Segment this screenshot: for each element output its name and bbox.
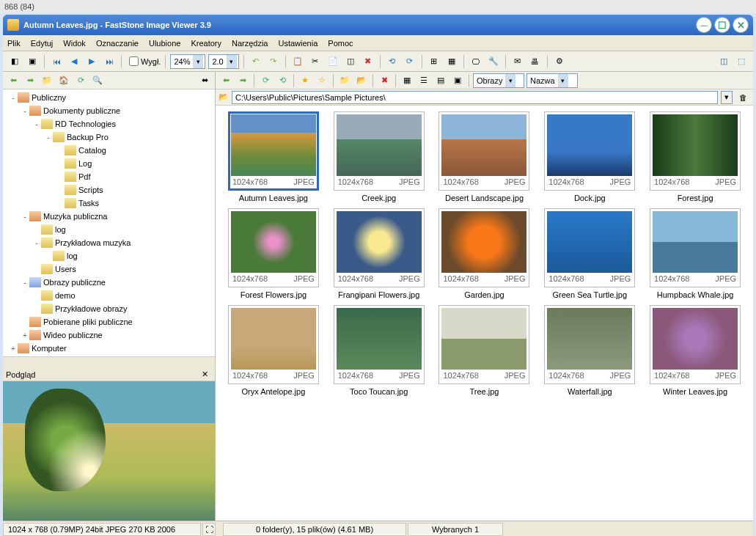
nav-back-button[interactable]: ⬅ [219,73,233,88]
thumbnail[interactable]: 1024x768JPEGGreen Sea Turtle.jpg [537,208,642,299]
cut-button[interactable]: ✂ [308,54,323,69]
first-button[interactable]: ⏮ [49,54,64,69]
expand-icon[interactable]: - [9,94,18,102]
redo-button[interactable]: ↷ [266,54,281,69]
tree-item[interactable]: Pdf [4,170,213,183]
stop-button[interactable]: ⟲ [275,73,290,88]
crop-button[interactable]: ◫ [343,54,358,69]
expand-icon[interactable]: - [32,120,41,128]
scale-combo[interactable]: 2.0▾ [208,54,238,69]
layout2-button[interactable]: ⬚ [734,54,749,69]
tree-item[interactable]: -Dokumenty publiczne [4,104,213,117]
expand-icon[interactable]: - [44,133,53,142]
copy-button[interactable]: 📋 [290,54,305,69]
path-input[interactable]: C:\Users\Public\Pictures\Sample Pictures… [232,91,718,104]
thumbnail[interactable]: 1024x768JPEGDesert Landscape.jpg [433,111,537,202]
menu-pomoc[interactable]: Pomoc [328,39,353,48]
next-button[interactable]: ▶ [84,54,99,69]
tree-refresh-button[interactable]: ⟳ [73,73,88,88]
undo-button[interactable]: ↶ [249,54,263,69]
tree-item[interactable]: log [4,223,213,236]
view-checkbox[interactable]: Wygł. [129,56,161,66]
tree-up-button[interactable]: 📁 [40,73,54,88]
tree-item[interactable]: Log [4,157,213,170]
maximize-button[interactable]: ☐ [714,17,730,33]
tools-button[interactable]: 🔧 [486,54,501,69]
menu-ulubione[interactable]: Ulubione [149,39,180,48]
tree-fwd-button[interactable]: ➡ [23,73,37,88]
slideshow-button[interactable]: ▦ [444,54,459,69]
view-thumb-button[interactable]: ▦ [400,73,414,88]
tree-collapse-button[interactable]: ⬌ [197,73,212,88]
tree-item[interactable]: Scripts [4,183,213,197]
menu-plik[interactable]: Plik [7,39,21,48]
view-list-button[interactable]: ☰ [416,73,431,88]
minimize-button[interactable]: ─ [696,17,712,33]
favorite-button[interactable]: ★ [298,73,312,88]
fullscreen-button[interactable]: ▣ [25,54,40,69]
title-bar[interactable]: Autumn Leaves.jpg - FastStone Image View… [3,15,753,35]
tag-button[interactable]: ☆ [315,73,329,88]
tree-item[interactable]: -Obrazy publiczne [4,276,213,289]
tree-item[interactable]: -RD Technologies [4,117,213,131]
expand-icon[interactable]: + [9,345,18,353]
status-fit-button[interactable]: ⛶ [202,523,216,536]
thumbnail[interactable]: 1024x768JPEGToco Toucan.jpg [327,305,431,396]
delete-button[interactable]: ✖ [377,73,392,88]
expand-icon[interactable]: - [21,107,29,115]
last-button[interactable]: ⏭ [102,54,117,69]
tree-scrollbar[interactable] [3,356,215,368]
nav-fwd-button[interactable]: ➡ [235,73,250,88]
thumbnail[interactable]: 1024x768JPEGFrangipani Flowers.jpg [327,208,431,299]
wallpaper-button[interactable]: 🖵 [469,54,483,69]
thumbnail[interactable]: 1024x768JPEGOryx Antelope.jpg [221,305,326,396]
prev-button[interactable]: ◀ [67,54,81,69]
sort-combo[interactable]: Nazwa▾ [526,73,578,88]
menu-edytuj[interactable]: Edytuj [31,39,54,48]
thumbnail[interactable]: 1024x768JPEGCreek.jpg [327,111,431,202]
rotate-right-button[interactable]: ⟳ [403,54,417,69]
thumbnail[interactable]: 1024x768JPEGWaterfall.jpg [537,305,642,396]
menu-ustawienia[interactable]: Ustawienia [279,39,318,48]
thumbnail[interactable]: 1024x768JPEGAutumn Leaves.jpg [221,111,326,202]
refresh-button[interactable]: ⟳ [258,73,273,88]
skin-button[interactable]: ◧ [7,54,22,69]
path-trash-button[interactable]: 🗑 [735,90,750,105]
tree-item[interactable]: -Backup Pro [4,131,213,144]
expand-icon[interactable]: - [32,239,41,247]
filter-combo[interactable]: Obrazy▾ [473,73,524,88]
expand-icon[interactable]: - [21,279,29,287]
layout1-button[interactable]: ◫ [716,54,731,69]
zoom-combo[interactable]: 24%▾ [170,54,205,69]
view-detail-button[interactable]: ▤ [433,73,448,88]
tree-item[interactable]: +Komputer [4,342,213,355]
preview-image[interactable] [3,381,215,521]
thumbnail-grid[interactable]: 1024x768JPEGAutumn Leaves.jpg1024x768JPE… [216,106,753,521]
thumbnail[interactable]: 1024x768JPEGHumpback Whale.jpg [643,208,747,299]
tree-back-button[interactable]: ⬅ [6,73,21,88]
tree-item[interactable]: +Wideo publiczne [4,328,213,342]
newfolder-button[interactable]: 📁 [337,73,352,88]
tree-item[interactable]: Przykładowe obrazy [4,302,213,315]
tree-item[interactable]: Pobierane pliki publiczne [4,315,213,328]
thumbnail[interactable]: 1024x768JPEGDock.jpg [537,111,642,202]
tree-item[interactable]: Tasks [4,197,213,210]
email-button[interactable]: ✉ [510,54,525,69]
folder-tree[interactable]: -Publiczny-Dokumenty publiczne-RD Techno… [3,89,215,356]
menu-widok[interactable]: Widok [63,39,86,48]
path-dropdown[interactable]: ▾ [721,91,733,104]
thumbnail[interactable]: 1024x768JPEGGarden.jpg [433,208,537,299]
print-button[interactable]: 🖶 [528,54,543,69]
tree-home-button[interactable]: 🏠 [56,73,71,88]
settings-button[interactable]: ⚙ [552,54,567,69]
tree-item[interactable]: demo [4,289,213,302]
tree-item[interactable]: -Przykładowa muzyka [4,236,213,249]
tree-item[interactable]: -Muzyka publiczna [4,210,213,223]
paste-button[interactable]: 📄 [326,54,340,69]
tree-item[interactable]: log [4,249,213,263]
thumbnail[interactable]: 1024x768JPEGForest Flowers.jpg [221,208,326,299]
thumbnail[interactable]: 1024x768JPEGWinter Leaves.jpg [643,305,747,396]
thumbnail[interactable]: 1024x768JPEGTree.jpg [433,305,537,396]
close-button[interactable]: ✕ [733,17,749,33]
menu-oznaczanie[interactable]: Oznaczanie [96,39,139,48]
